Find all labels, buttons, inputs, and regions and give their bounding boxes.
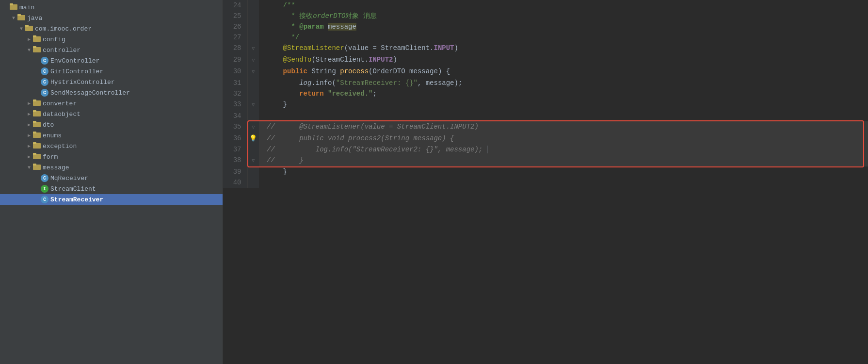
code-row-33: 33▽ } bbox=[223, 99, 868, 111]
fold-arrow[interactable]: ▽ bbox=[252, 102, 255, 108]
line-number: 25 bbox=[223, 11, 247, 21]
tree-item-converter[interactable]: ▶ converter bbox=[0, 98, 223, 109]
tree-item-dto[interactable]: ▶ dto bbox=[0, 119, 223, 130]
tree-item-exception[interactable]: ▶ exception bbox=[0, 141, 223, 151]
line-number: 38 bbox=[223, 155, 247, 166]
tree-item-MqReceiver[interactable]: CMqReceiver bbox=[0, 173, 223, 183]
line-number: 31 bbox=[223, 78, 247, 88]
code-cell: * @param message bbox=[259, 21, 868, 32]
code-cell: log.info("StreamReceiver: {}", message); bbox=[259, 78, 868, 88]
svg-rect-23 bbox=[33, 164, 36, 165]
code-row-29: 29▽ @SendTo(StreamClient.INPUT2) bbox=[223, 54, 868, 66]
code-row-24: 24 /** bbox=[223, 0, 868, 11]
tree-arrow[interactable]: ▶ bbox=[25, 154, 33, 160]
fold-arrow[interactable]: ▽ bbox=[252, 69, 255, 75]
interface-icon: I bbox=[41, 185, 48, 193]
tree-label: exception bbox=[43, 143, 77, 150]
svg-rect-21 bbox=[33, 153, 36, 155]
tree-label: EnvController bbox=[50, 57, 99, 65]
gutter-cell bbox=[247, 32, 259, 43]
line-number: 24 bbox=[223, 0, 247, 11]
folder-icon bbox=[33, 152, 41, 161]
tree-arrow[interactable]: ▶ bbox=[25, 143, 33, 149]
tree-arrow[interactable]: ▼ bbox=[25, 48, 33, 53]
folder-icon bbox=[33, 99, 41, 108]
tree-item-StreamReceiver[interactable]: CStreamReceiver bbox=[0, 194, 223, 205]
code-row-39: 39 } bbox=[223, 166, 868, 177]
class-icon: C bbox=[41, 67, 48, 75]
tree-arrow[interactable]: ▼ bbox=[25, 165, 33, 170]
tree-arrow[interactable]: ▶ bbox=[25, 111, 33, 117]
tree-item-dataobject[interactable]: ▶ dataobject bbox=[0, 109, 223, 119]
tree-arrow[interactable]: ▶ bbox=[25, 122, 33, 128]
tree-arrow[interactable]: ▶ bbox=[25, 100, 33, 106]
class-icon: C bbox=[41, 196, 48, 203]
code-row-26: 26 * @param message bbox=[223, 21, 868, 32]
folder-icon bbox=[10, 3, 17, 12]
tree-item-StreamClient[interactable]: IStreamClient bbox=[0, 183, 223, 194]
gutter-cell[interactable]: ▽ bbox=[247, 99, 259, 111]
code-cell bbox=[259, 111, 868, 121]
gutter-cell[interactable]: ▽ bbox=[247, 155, 259, 166]
code-cell: // } bbox=[259, 155, 868, 166]
gutter-cell bbox=[247, 78, 259, 88]
code-cell: /** bbox=[259, 0, 868, 11]
gutter-cell[interactable]: 💡 bbox=[247, 133, 259, 144]
gutter-cell[interactable]: ▽ bbox=[247, 121, 259, 133]
svg-rect-5 bbox=[25, 25, 29, 27]
svg-rect-9 bbox=[33, 46, 36, 48]
tree-arrow[interactable]: ▶ bbox=[25, 132, 33, 138]
tree-arrow[interactable]: ▶ bbox=[25, 36, 33, 42]
line-number: 37 bbox=[223, 144, 247, 155]
tree-item-main[interactable]: main bbox=[0, 2, 223, 13]
tree-item-controller[interactable]: ▼ controller bbox=[0, 45, 223, 55]
line-number: 28 bbox=[223, 43, 247, 54]
tree-item-GirlController[interactable]: CGirlController bbox=[0, 66, 223, 77]
svg-rect-13 bbox=[33, 110, 36, 112]
gutter-cell bbox=[247, 11, 259, 21]
fold-arrow[interactable]: ▽ bbox=[252, 158, 255, 164]
tree-item-form[interactable]: ▶ form bbox=[0, 151, 223, 162]
line-number: 30 bbox=[223, 66, 247, 78]
tree-item-java[interactable]: ▼ java bbox=[0, 13, 223, 23]
tree-item-EnvController[interactable]: CEnvController bbox=[0, 55, 223, 66]
code-cell: * 接收orderDTO对象 消息 bbox=[259, 11, 868, 21]
tree-item-SendMessageController[interactable]: CSendMessageController bbox=[0, 87, 223, 98]
code-cell bbox=[259, 177, 868, 188]
line-number: 34 bbox=[223, 111, 247, 121]
tree-label: controller bbox=[43, 47, 80, 54]
folder-icon bbox=[33, 35, 41, 44]
tree-item-enums[interactable]: ▶ enums bbox=[0, 130, 223, 141]
gutter-cell bbox=[247, 21, 259, 32]
svg-rect-19 bbox=[33, 142, 36, 144]
gutter-cell[interactable]: ▽ bbox=[247, 54, 259, 66]
tree-item-config[interactable]: ▶ config bbox=[0, 34, 223, 45]
code-row-34: 34 bbox=[223, 111, 868, 121]
tree-item-com.imooc.order[interactable]: ▼ com.imooc.order bbox=[0, 23, 223, 34]
tree-arrow[interactable]: ▼ bbox=[17, 26, 25, 32]
class-icon: C bbox=[41, 57, 48, 65]
tree-label: java bbox=[27, 15, 42, 22]
folder-icon bbox=[33, 46, 41, 54]
class-icon: C bbox=[41, 89, 48, 97]
fold-arrow[interactable]: ▽ bbox=[252, 58, 255, 63]
file-tree[interactable]: main▼ java▼ com.imooc.order▶ config▼ con… bbox=[0, 0, 223, 364]
tree-arrow[interactable]: ▼ bbox=[10, 16, 17, 21]
code-cell: } bbox=[259, 166, 868, 177]
fold-arrow[interactable]: ▽ bbox=[252, 46, 255, 51]
gutter-cell bbox=[247, 111, 259, 121]
gutter-cell[interactable]: ▽ bbox=[247, 66, 259, 78]
svg-rect-11 bbox=[33, 99, 36, 101]
fold-arrow[interactable]: ▽ bbox=[252, 125, 255, 130]
gutter-cell bbox=[247, 177, 259, 188]
tree-item-message[interactable]: ▼ message bbox=[0, 162, 223, 173]
line-number: 29 bbox=[223, 54, 247, 66]
code-cell: @StreamListener(value = StreamClient.INP… bbox=[259, 43, 868, 54]
folder-icon bbox=[25, 24, 33, 33]
gutter-cell[interactable]: ▽ bbox=[247, 43, 259, 54]
tree-item-HystrixController[interactable]: CHystrixController bbox=[0, 77, 223, 87]
tree-label: MqReceiver bbox=[50, 175, 88, 182]
tree-label: message bbox=[43, 164, 69, 171]
code-cell: } bbox=[259, 99, 868, 111]
line-number: 39 bbox=[223, 166, 247, 177]
